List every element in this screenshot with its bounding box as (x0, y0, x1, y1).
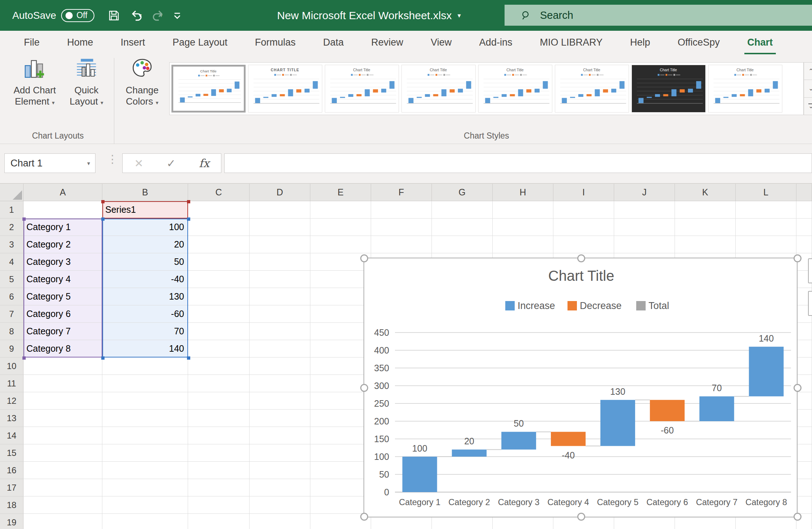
cancel-button[interactable]: ✕ (134, 157, 143, 170)
customize-qat-button[interactable] (172, 10, 183, 21)
change-colors-button[interactable]: Change Colors ▾ (119, 57, 165, 108)
row-header-16[interactable]: 16 (0, 462, 24, 479)
ribbon-tab-formulas[interactable]: Formulas (241, 31, 310, 54)
cell-partial-2[interactable] (796, 219, 812, 236)
cell-D15[interactable] (250, 444, 310, 462)
chart-elements-button[interactable] (808, 258, 812, 283)
cell-partial-3[interactable] (796, 236, 812, 253)
ribbon-tab-add-ins[interactable]: Add-ins (465, 31, 526, 54)
gallery-more-button[interactable]: ⌄ (804, 98, 812, 115)
cell-A8[interactable]: Category 7 (24, 323, 102, 340)
cell-E15[interactable] (310, 444, 371, 462)
document-title-caret[interactable]: ▾ (458, 12, 461, 20)
ribbon-tab-officespy[interactable]: OfficeSpy (664, 31, 734, 54)
cell-D1[interactable] (250, 201, 310, 219)
row-header-6[interactable]: 6 (0, 288, 24, 305)
cell-A10[interactable] (24, 357, 102, 375)
row-header-9[interactable]: 9 (0, 340, 24, 357)
cell-D6[interactable] (250, 288, 310, 305)
cell-B8[interactable]: 70 (102, 323, 188, 340)
chart-selection-handle[interactable] (360, 254, 368, 262)
ribbon-tab-data[interactable]: Data (309, 31, 357, 54)
cell-B10[interactable] (102, 357, 188, 375)
cell-E8[interactable] (310, 323, 371, 340)
cell-I2[interactable] (553, 219, 614, 236)
cell-C11[interactable] (188, 375, 250, 392)
ribbon-tab-chart[interactable]: Chart (734, 31, 787, 54)
cell-A15[interactable] (24, 444, 102, 462)
cell-D10[interactable] (250, 357, 310, 375)
autosave-control[interactable]: AutoSave Off (12, 9, 94, 22)
cell-E17[interactable] (310, 479, 371, 496)
chart-selection-handle[interactable] (360, 384, 368, 392)
cell-B2[interactable]: 100 (102, 219, 188, 236)
cell-F3[interactable] (371, 236, 432, 253)
cell-B6[interactable]: 130 (102, 288, 188, 305)
column-header-f[interactable]: F (371, 184, 432, 201)
search-box[interactable] (505, 5, 812, 26)
cell-E3[interactable] (310, 236, 371, 253)
cell-E16[interactable] (310, 462, 371, 479)
row-header-10[interactable]: 10 (0, 357, 24, 375)
search-input[interactable] (540, 9, 757, 21)
cell-L2[interactable] (736, 219, 796, 236)
cell-J3[interactable] (614, 236, 675, 253)
chart-selection-handle[interactable] (794, 254, 802, 262)
cell-L3[interactable] (736, 236, 796, 253)
cell-A12[interactable] (24, 392, 102, 410)
row-header-19[interactable]: 19 (0, 514, 24, 529)
column-header-k[interactable]: K (675, 184, 736, 201)
cell-partial-14[interactable] (796, 427, 812, 444)
cell-H2[interactable] (493, 219, 553, 236)
cell-C18[interactable] (188, 496, 250, 514)
cell-D7[interactable] (250, 305, 310, 323)
cell-K2[interactable] (675, 219, 736, 236)
cell-partial-17[interactable] (796, 479, 812, 496)
chart-selection-handle[interactable] (577, 513, 585, 521)
cell-I3[interactable] (553, 236, 614, 253)
column-header-partial[interactable] (796, 184, 812, 201)
cell-K1[interactable] (675, 201, 736, 219)
chart-selection-handle[interactable] (794, 384, 802, 392)
cell-D14[interactable] (250, 427, 310, 444)
chart-style-thumbnail-style-8[interactable]: Chart Title (708, 65, 782, 113)
cell-E10[interactable] (310, 357, 371, 375)
column-header-d[interactable]: D (250, 184, 310, 201)
formula-input[interactable] (224, 153, 812, 173)
gallery-scroll-down-button[interactable]: ⌄ (804, 80, 812, 97)
cell-D11[interactable] (250, 375, 310, 392)
cell-C12[interactable] (188, 392, 250, 410)
column-header-j[interactable]: J (614, 184, 675, 201)
cell-C16[interactable] (188, 462, 250, 479)
select-all-corner[interactable] (0, 184, 24, 201)
cell-B12[interactable] (102, 392, 188, 410)
cell-G2[interactable] (432, 219, 493, 236)
cell-C8[interactable] (188, 323, 250, 340)
add-chart-element-button[interactable]: Add Chart Element ▾ (7, 57, 62, 108)
cell-partial-9[interactable] (796, 340, 812, 357)
cell-D18[interactable] (250, 496, 310, 514)
ribbon-tab-insert[interactable]: Insert (107, 31, 159, 54)
column-header-l[interactable]: L (736, 184, 796, 201)
cell-D16[interactable] (250, 462, 310, 479)
cell-A4[interactable]: Category 3 (24, 253, 102, 271)
cell-I1[interactable] (553, 201, 614, 219)
undo-dropdown-caret[interactable]: ▾ (139, 12, 141, 19)
gallery-scroll-up-button[interactable]: ⌃ (804, 62, 812, 80)
autosave-toggle[interactable]: Off (61, 9, 94, 22)
row-header-13[interactable]: 13 (0, 410, 24, 427)
cell-B7[interactable]: -60 (102, 305, 188, 323)
cell-A19[interactable] (24, 514, 102, 529)
chart-style-thumbnail-style-6[interactable]: Chart Title (555, 65, 629, 113)
row-header-12[interactable]: 12 (0, 392, 24, 410)
row-header-4[interactable]: 4 (0, 253, 24, 271)
ribbon-tab-home[interactable]: Home (54, 31, 107, 54)
cell-C19[interactable] (188, 514, 250, 529)
column-header-i[interactable]: I (553, 184, 614, 201)
cell-C13[interactable] (188, 410, 250, 427)
cell-partial-13[interactable] (796, 410, 812, 427)
chart-selection-handle[interactable] (360, 513, 368, 521)
cell-D2[interactable] (250, 219, 310, 236)
column-header-b[interactable]: B (102, 184, 188, 201)
embedded-chart[interactable]: 450400350300250200150100500Chart TitleIn… (364, 258, 798, 517)
